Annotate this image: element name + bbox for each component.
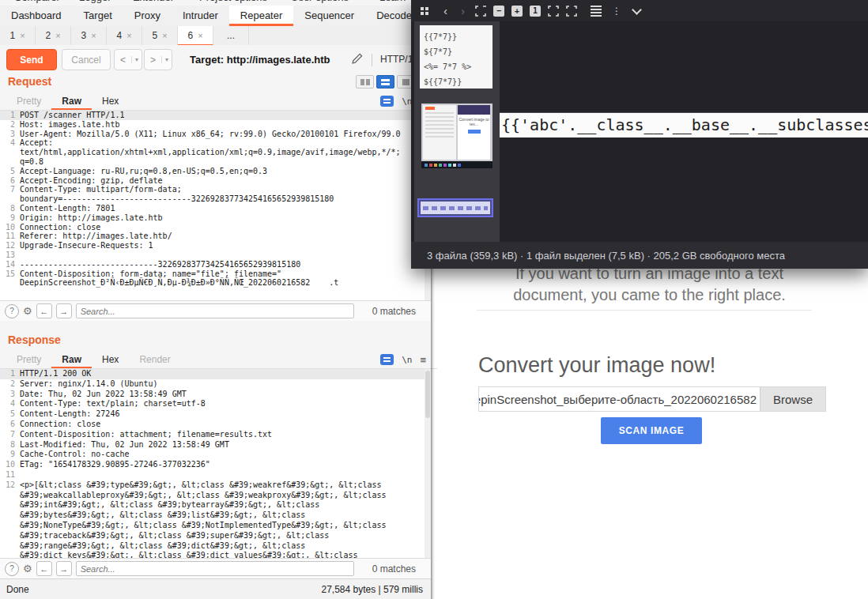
burp-window: Comparer Logger Extender Project options…	[0, 0, 431, 599]
chevron-down-icon[interactable]	[632, 5, 642, 15]
tab-sequencer[interactable]: Sequencer	[293, 6, 365, 26]
gear-icon[interactable]: ⚙	[23, 305, 32, 317]
code-line: 1HTTP/1.1 200 OK	[0, 369, 425, 379]
repeater-tab-2[interactable]: 2×	[36, 26, 71, 45]
response-raw-viewer[interactable]: 1HTTP/1.1 200 OK2Server: nginx/1.14.0 (U…	[0, 369, 425, 558]
code-line: 2Host: images.late.htb	[0, 120, 425, 130]
code-line: 7Content-Disposition: attachment; filena…	[0, 430, 425, 440]
close-icon[interactable]: ×	[55, 31, 60, 40]
caret-down-icon[interactable]: ▾	[161, 56, 172, 63]
scan-image-button[interactable]: SCAN IMAGE	[601, 417, 702, 444]
code-line: 12<p>[&lt;class &#39;type&#39;&gt;, &lt;…	[0, 480, 425, 491]
zoomed-image-strip: {{'abc'.__class__.__base__.__subclasses_…	[500, 112, 868, 138]
repeater-tab-more[interactable]: ...	[213, 26, 249, 45]
tab-proxy[interactable]: Proxy	[123, 6, 172, 26]
search-prev-icon[interactable]: ←	[36, 303, 52, 318]
menu-extender[interactable]: Extender	[133, 0, 174, 3]
request-search-input[interactable]	[76, 303, 354, 318]
code-line: DeepinScreenshot_Ð²Ñ‹Ð±ÐµÑ€Ð¸Ñ‚Ðµ-Ð¾Ð±Ð»…	[0, 278, 425, 288]
fullscreen-icon[interactable]	[566, 6, 577, 17]
zoom-in-icon[interactable]: +	[511, 6, 523, 17]
tab-intruder[interactable]: Intruder	[172, 6, 229, 26]
search-prev-icon[interactable]: ←	[36, 561, 52, 576]
show-newlines-toggle[interactable]: \n	[402, 355, 412, 365]
close-icon[interactable]: ×	[162, 31, 167, 40]
repeater-tab-4[interactable]: 4×	[107, 26, 142, 45]
syntax-highlight-icon[interactable]	[380, 354, 394, 365]
prev-image-icon[interactable]: ‹	[440, 4, 451, 17]
response-title: Response	[8, 333, 61, 346]
fit-width-icon[interactable]	[548, 6, 559, 17]
file-upload-input[interactable]: DeepinScreenshot_выберите-область_202206…	[478, 386, 826, 412]
status-bytes-time: 27,584 bytes | 579 millis	[321, 584, 423, 595]
code-line: 7Content-Type: multipart/form-data;	[0, 185, 425, 194]
more-options-icon[interactable]: ⋮	[612, 6, 621, 17]
repeater-tab-6[interactable]: 6×	[178, 26, 213, 46]
cancel-button[interactable]: Cancel	[62, 49, 111, 70]
caret-down-icon[interactable]: ▾	[131, 56, 142, 63]
history-forward-button[interactable]: >▾	[144, 49, 172, 70]
code-line: 15Content-Disposition: form-data; name="…	[0, 269, 425, 279]
folder-view-icon[interactable]	[421, 7, 428, 15]
burp-main-tabs: Dashboard Target Proxy Intruder Repeater…	[0, 6, 431, 27]
response-tab-pretty[interactable]: Pretty	[6, 352, 51, 368]
menu-logger[interactable]: Logger	[79, 0, 111, 3]
close-icon[interactable]: ×	[126, 31, 131, 40]
screenshot-thumbnail[interactable]: Convert image to tex...	[421, 104, 492, 168]
edit-target-pencil-icon[interactable]	[350, 51, 364, 66]
selected-image-thumbnail[interactable]	[417, 198, 493, 217]
viewer-canvas[interactable]: {{'abc'.__class__.__base__.__subclasses_…	[500, 21, 868, 242]
list-view-icon[interactable]	[591, 6, 602, 17]
search-next-icon[interactable]: →	[56, 561, 72, 576]
response-panel: Response Pretty Raw Hex Render \n ≡ 1HTT…	[0, 321, 431, 578]
tab-repeater[interactable]: Repeater	[229, 6, 293, 26]
help-icon[interactable]: ?	[5, 304, 19, 318]
code-line: text/html,application/xhtml+xml,applicat…	[0, 148, 425, 157]
history-back-button[interactable]: <▾	[114, 49, 142, 70]
request-view-tabs: Pretty Raw Hex \n ≡	[0, 93, 437, 111]
response-tab-hex[interactable]: Hex	[92, 352, 129, 368]
repeater-tab-3[interactable]: 3×	[71, 26, 107, 45]
search-next-icon[interactable]: →	[56, 303, 72, 318]
layout-columns-icon[interactable]	[356, 75, 374, 89]
layout-rows-icon[interactable]	[376, 75, 394, 89]
divider	[477, 310, 812, 311]
next-image-icon[interactable]: ›	[458, 4, 468, 17]
tab-target[interactable]: Target	[73, 6, 123, 26]
fit-window-icon[interactable]	[475, 6, 486, 17]
send-button[interactable]: Send	[6, 49, 57, 70]
response-scrollbar[interactable]	[425, 369, 431, 558]
menu-user-options[interactable]: User options	[291, 0, 349, 3]
browse-button[interactable]: Browse	[760, 387, 825, 411]
request-tab-pretty[interactable]: Pretty	[6, 93, 51, 110]
help-icon[interactable]: ?	[5, 562, 19, 576]
close-icon[interactable]: ×	[91, 31, 96, 40]
actual-size-icon[interactable]: 1	[530, 6, 541, 17]
zoom-out-icon[interactable]: −	[493, 6, 504, 17]
text-file-thumbnail[interactable]: {{7*7}} ${7*7} <%= 7*7 %> ${{7*7}}	[420, 25, 492, 89]
gear-icon[interactable]: ⚙	[23, 563, 32, 575]
response-search-input[interactable]	[76, 561, 354, 576]
close-icon[interactable]: ×	[20, 31, 25, 40]
repeater-tab-5[interactable]: 5×	[142, 26, 178, 45]
menu-learn[interactable]: Learn	[379, 0, 406, 3]
code-line: 3User-Agent: Mozilla/5.0 (X11; Linux x86…	[0, 130, 425, 139]
syntax-highlight-icon[interactable]	[380, 96, 394, 107]
http-version-toggle[interactable]: HTTP/1	[372, 54, 413, 66]
tab-dashboard[interactable]: Dashboard	[0, 6, 73, 26]
repeater-tab-1[interactable]: 1×	[0, 26, 36, 45]
viewer-statusbar: 3 файла (359,3 kB) · 1 файл выделен (7,5…	[411, 242, 868, 269]
menu-project-options[interactable]: Project options	[199, 0, 267, 3]
thumb-burp-pane	[423, 105, 456, 160]
close-icon[interactable]: ×	[198, 31, 202, 40]
panel-menu-icon[interactable]: ≡	[420, 354, 426, 366]
request-tab-raw[interactable]: Raw	[51, 93, 92, 110]
request-raw-editor[interactable]: 1POST /scanner HTTP/1.12Host: images.lat…	[0, 111, 425, 301]
response-tab-raw[interactable]: Raw	[51, 352, 92, 368]
image-viewer-window: ‹ › − + 1 ⋮ {{7*7}} ${7*7} <%= 7*7 %> ${…	[411, 0, 868, 269]
request-tab-hex[interactable]: Hex	[92, 93, 129, 110]
response-tab-render[interactable]: Render	[129, 352, 180, 368]
menu-comparer[interactable]: Comparer	[14, 0, 60, 3]
code-line: 5Accept-Language: ru-RU,ru;q=0.8,en-US;q…	[0, 167, 425, 176]
code-line: 11Referer: http://images.late.htb/	[0, 232, 425, 241]
